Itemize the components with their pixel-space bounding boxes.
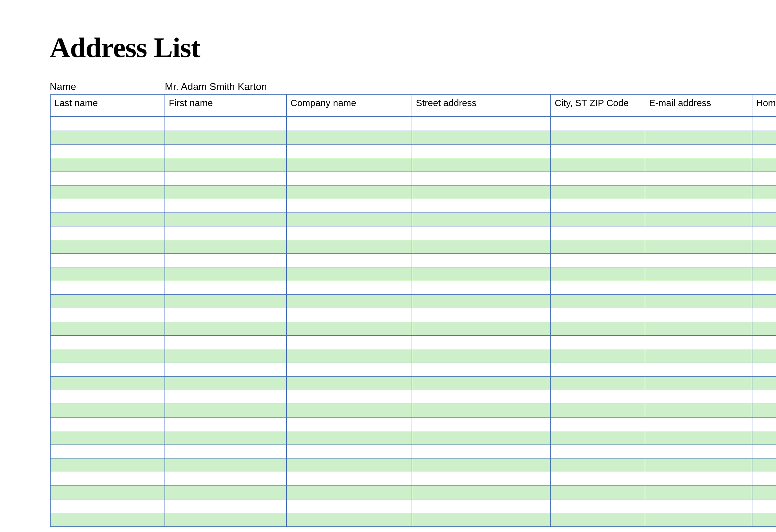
table-cell[interactable]	[645, 308, 752, 322]
table-cell[interactable]	[752, 267, 776, 281]
table-cell[interactable]	[412, 172, 551, 186]
table-cell[interactable]	[551, 445, 645, 459]
table-cell[interactable]	[286, 213, 412, 226]
table-cell[interactable]	[165, 499, 286, 513]
table-cell[interactable]	[286, 199, 412, 213]
table-cell[interactable]	[645, 418, 752, 431]
table-cell[interactable]	[50, 254, 165, 267]
table-row[interactable]	[50, 117, 776, 131]
table-cell[interactable]	[752, 472, 776, 486]
table-cell[interactable]	[752, 418, 776, 431]
table-row[interactable]	[50, 172, 776, 186]
table-cell[interactable]	[752, 404, 776, 418]
table-cell[interactable]	[165, 308, 286, 322]
table-cell[interactable]	[165, 145, 286, 158]
table-cell[interactable]	[412, 186, 551, 199]
table-cell[interactable]	[50, 404, 165, 418]
table-cell[interactable]	[165, 226, 286, 240]
table-cell[interactable]	[165, 186, 286, 199]
table-cell[interactable]	[50, 145, 165, 158]
table-cell[interactable]	[50, 281, 165, 295]
table-cell[interactable]	[50, 322, 165, 336]
table-cell[interactable]	[551, 117, 645, 131]
table-cell[interactable]	[165, 117, 286, 131]
table-cell[interactable]	[551, 226, 645, 240]
table-row[interactable]	[50, 213, 776, 226]
table-cell[interactable]	[165, 158, 286, 172]
table-cell[interactable]	[412, 513, 551, 527]
table-row[interactable]	[50, 295, 776, 308]
table-cell[interactable]	[50, 513, 165, 527]
table-cell[interactable]	[645, 295, 752, 308]
table-cell[interactable]	[286, 117, 412, 131]
table-row[interactable]	[50, 499, 776, 513]
table-row[interactable]	[50, 390, 776, 404]
table-row[interactable]	[50, 322, 776, 336]
table-cell[interactable]	[286, 363, 412, 376]
table-cell[interactable]	[412, 322, 551, 336]
table-cell[interactable]	[286, 145, 412, 158]
table-cell[interactable]	[551, 486, 645, 499]
table-cell[interactable]	[165, 281, 286, 295]
table-cell[interactable]	[645, 486, 752, 499]
table-cell[interactable]	[551, 322, 645, 336]
table-cell[interactable]	[752, 186, 776, 199]
table-cell[interactable]	[412, 418, 551, 431]
table-cell[interactable]	[551, 349, 645, 363]
table-cell[interactable]	[50, 267, 165, 281]
table-cell[interactable]	[286, 376, 412, 390]
table-cell[interactable]	[50, 418, 165, 431]
table-cell[interactable]	[165, 404, 286, 418]
table-cell[interactable]	[286, 499, 412, 513]
table-cell[interactable]	[412, 363, 551, 376]
table-cell[interactable]	[50, 459, 165, 472]
table-cell[interactable]	[165, 431, 286, 445]
table-cell[interactable]	[412, 145, 551, 158]
table-cell[interactable]	[165, 349, 286, 363]
table-cell[interactable]	[286, 445, 412, 459]
table-row[interactable]	[50, 349, 776, 363]
table-cell[interactable]	[412, 472, 551, 486]
table-row[interactable]	[50, 254, 776, 267]
table-cell[interactable]	[645, 322, 752, 336]
table-cell[interactable]	[286, 459, 412, 472]
table-cell[interactable]	[286, 513, 412, 527]
table-cell[interactable]	[645, 472, 752, 486]
table-cell[interactable]	[752, 445, 776, 459]
table-cell[interactable]	[50, 349, 165, 363]
table-row[interactable]	[50, 240, 776, 254]
table-cell[interactable]	[752, 199, 776, 213]
table-cell[interactable]	[412, 295, 551, 308]
table-cell[interactable]	[286, 390, 412, 404]
table-cell[interactable]	[645, 336, 752, 349]
table-cell[interactable]	[286, 431, 412, 445]
table-cell[interactable]	[645, 186, 752, 199]
table-cell[interactable]	[645, 445, 752, 459]
table-cell[interactable]	[551, 376, 645, 390]
table-cell[interactable]	[50, 186, 165, 199]
table-cell[interactable]	[50, 336, 165, 349]
table-cell[interactable]	[50, 431, 165, 445]
table-cell[interactable]	[752, 254, 776, 267]
table-cell[interactable]	[286, 472, 412, 486]
table-cell[interactable]	[645, 499, 752, 513]
table-cell[interactable]	[551, 336, 645, 349]
table-row[interactable]	[50, 486, 776, 499]
table-cell[interactable]	[645, 240, 752, 254]
table-row[interactable]	[50, 513, 776, 527]
table-cell[interactable]	[752, 376, 776, 390]
table-cell[interactable]	[752, 145, 776, 158]
table-cell[interactable]	[412, 281, 551, 295]
table-cell[interactable]	[645, 363, 752, 376]
table-cell[interactable]	[165, 472, 286, 486]
table-cell[interactable]	[645, 226, 752, 240]
table-cell[interactable]	[412, 158, 551, 172]
table-cell[interactable]	[412, 376, 551, 390]
table-cell[interactable]	[165, 213, 286, 226]
table-cell[interactable]	[645, 199, 752, 213]
table-cell[interactable]	[412, 240, 551, 254]
table-cell[interactable]	[165, 172, 286, 186]
table-cell[interactable]	[286, 158, 412, 172]
table-cell[interactable]	[286, 172, 412, 186]
table-cell[interactable]	[286, 281, 412, 295]
